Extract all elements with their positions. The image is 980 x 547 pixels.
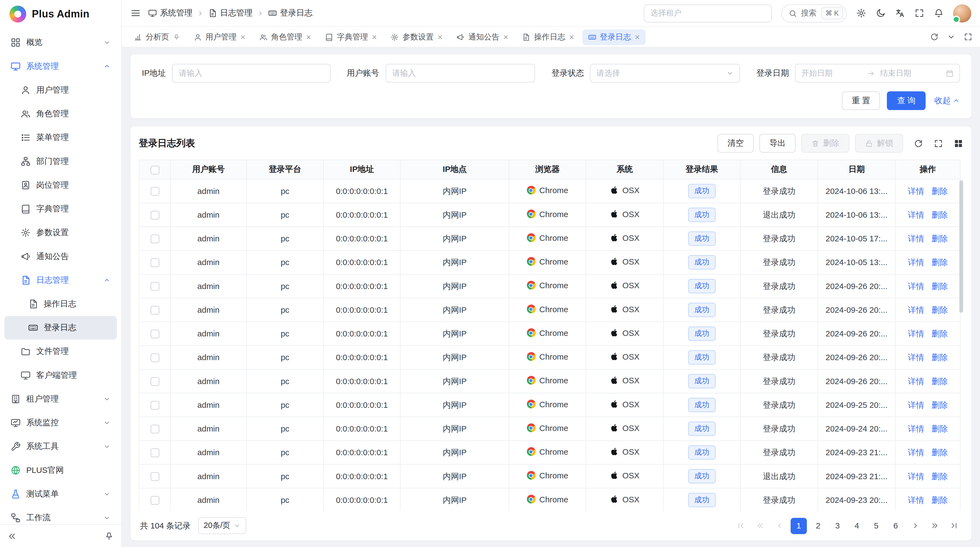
avatar[interactable] — [953, 4, 971, 22]
detail-link[interactable]: 详情 — [908, 423, 924, 434]
first-page-icon[interactable] — [733, 518, 749, 534]
delete-link[interactable]: 删除 — [932, 209, 948, 220]
close-icon[interactable]: × — [438, 32, 442, 41]
page-button[interactable]: 4 — [849, 518, 865, 534]
sidebar-item-post-management[interactable]: 岗位管理 — [4, 173, 117, 197]
close-icon[interactable]: × — [635, 32, 640, 41]
breadcrumb-item[interactable]: 登录日志 — [268, 8, 312, 19]
delete-button[interactable]: 删除 — [801, 134, 850, 153]
detail-link[interactable]: 详情 — [908, 257, 924, 268]
unlock-button[interactable]: 解锁 — [855, 134, 903, 153]
page-button[interactable]: 2 — [810, 518, 826, 534]
delete-link[interactable]: 删除 — [932, 376, 948, 387]
sidebar-item-tenant-management[interactable]: 租户管理 — [4, 387, 117, 411]
sidebar-item-login-log[interactable]: 登录日志 — [4, 316, 117, 340]
date-range-picker[interactable]: 开始日期 结束日期 — [795, 64, 960, 83]
delete-link[interactable]: 删除 — [932, 423, 948, 434]
delete-link[interactable]: 删除 — [932, 233, 948, 244]
close-icon[interactable]: × — [306, 32, 311, 41]
sidebar-item-overview[interactable]: 概览 — [4, 30, 117, 54]
sidebar-item-log-management[interactable]: 日志管理 — [4, 268, 117, 292]
row-checkbox[interactable] — [150, 306, 159, 315]
content-fullscreen-icon[interactable] — [964, 32, 972, 41]
account-input[interactable] — [385, 64, 535, 83]
pin-sidebar-icon[interactable] — [104, 531, 113, 541]
tab-user-management[interactable]: 用户管理× — [188, 29, 251, 45]
page-button[interactable]: 3 — [829, 518, 846, 534]
detail-link[interactable]: 详情 — [908, 471, 924, 482]
detail-link[interactable]: 详情 — [908, 304, 924, 316]
sidebar-item-dept-management[interactable]: 部门管理 — [4, 150, 117, 173]
tab-analysis[interactable]: 分析页 — [128, 29, 185, 45]
tab-notice[interactable]: 通知公告× — [451, 29, 514, 45]
dark-mode-icon[interactable] — [876, 8, 886, 18]
detail-link[interactable]: 详情 — [908, 233, 924, 244]
last-page-icon[interactable] — [946, 518, 962, 534]
sidebar-item-workflow[interactable]: 工作流 — [4, 506, 117, 524]
sidebar-item-role-management[interactable]: 角色管理 — [4, 102, 117, 126]
refresh-table-icon[interactable] — [914, 139, 923, 148]
query-button[interactable]: 查 询 — [887, 91, 926, 110]
detail-link[interactable]: 详情 — [908, 494, 924, 506]
status-select[interactable]: 请选择 — [590, 64, 740, 83]
tab-login-log[interactable]: 登录日志× — [582, 29, 646, 45]
tenant-select[interactable] — [644, 4, 772, 22]
sidebar-item-operation-log[interactable]: 操作日志 — [4, 292, 117, 316]
detail-link[interactable]: 详情 — [908, 399, 924, 410]
delete-link[interactable]: 删除 — [932, 257, 948, 268]
delete-link[interactable]: 删除 — [932, 494, 948, 506]
logo[interactable]: Plus Admin — [0, 0, 121, 27]
sidebar-item-system-management[interactable]: 系统管理 — [4, 54, 117, 78]
sidebar-item-menu-management[interactable]: 菜单管理 — [4, 126, 117, 149]
next-page-icon[interactable] — [907, 518, 923, 534]
detail-link[interactable]: 详情 — [908, 376, 924, 387]
column-settings-icon[interactable] — [954, 139, 963, 148]
sidebar-item-plus-website[interactable]: PLUS官网 — [4, 458, 117, 482]
select-all-checkbox[interactable] — [150, 166, 159, 174]
pin-icon[interactable] — [173, 33, 180, 40]
export-button[interactable]: 导出 — [759, 134, 796, 153]
detail-link[interactable]: 详情 — [908, 352, 924, 363]
refresh-page-icon[interactable] — [930, 32, 939, 41]
row-checkbox[interactable] — [150, 496, 159, 505]
next-5-pages-icon[interactable] — [926, 518, 943, 534]
row-checkbox[interactable] — [150, 187, 159, 196]
delete-link[interactable]: 删除 — [932, 185, 948, 197]
sidebar-item-dict-management[interactable]: 字典管理 — [4, 197, 117, 221]
page-button[interactable]: 1 — [791, 518, 807, 534]
page-size-select[interactable]: 20条/页 — [198, 517, 247, 534]
tab-dict-management[interactable]: 字典管理× — [319, 29, 382, 45]
fullscreen-icon[interactable] — [915, 8, 924, 18]
collapse-filters-link[interactable]: 收起 — [934, 95, 960, 106]
notifications-icon[interactable] — [934, 8, 944, 18]
sidebar-item-param-settings[interactable]: 参数设置 — [4, 221, 117, 244]
row-checkbox[interactable] — [150, 449, 159, 458]
delete-link[interactable]: 删除 — [932, 471, 948, 482]
ip-input[interactable] — [172, 64, 331, 83]
detail-link[interactable]: 详情 — [908, 185, 924, 197]
sidebar-item-file-management[interactable]: 文件管理 — [4, 340, 117, 364]
row-checkbox[interactable] — [150, 211, 159, 220]
fullscreen-table-icon[interactable] — [934, 139, 943, 148]
row-checkbox[interactable] — [150, 354, 159, 362]
clear-button[interactable]: 清空 — [718, 134, 754, 153]
global-search[interactable]: 搜索 ⌘ K — [781, 4, 847, 22]
prev-5-pages-icon[interactable] — [752, 518, 768, 534]
sidebar-item-system-tools[interactable]: 系统工具 — [4, 435, 117, 458]
delete-link[interactable]: 删除 — [932, 328, 948, 339]
close-icon[interactable]: × — [569, 32, 574, 41]
delete-link[interactable]: 删除 — [932, 447, 948, 458]
delete-link[interactable]: 删除 — [932, 304, 948, 316]
tab-operation-log[interactable]: 操作日志× — [516, 29, 579, 45]
prev-page-icon[interactable] — [771, 518, 788, 534]
table-scrollbar[interactable] — [959, 180, 963, 313]
detail-link[interactable]: 详情 — [908, 281, 924, 292]
delete-link[interactable]: 删除 — [932, 281, 948, 292]
row-checkbox[interactable] — [150, 258, 159, 267]
delete-link[interactable]: 删除 — [932, 352, 948, 363]
language-icon[interactable] — [895, 8, 905, 18]
tab-role-management[interactable]: 角色管理× — [253, 29, 317, 45]
page-button[interactable]: 6 — [888, 518, 904, 534]
hamburger-icon[interactable] — [130, 8, 141, 18]
sidebar-item-test-menu[interactable]: 测试菜单 — [4, 482, 117, 506]
